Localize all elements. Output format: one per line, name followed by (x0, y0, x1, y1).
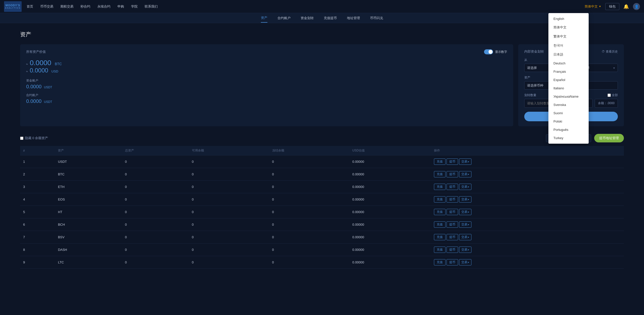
deposit-button[interactable]: 充值 (434, 247, 446, 253)
nav-link-币币交易[interactable]: 币币交易 (40, 4, 53, 9)
asset-value-card: 所有资产价值 显示数字 ≈ 0.0000 BTC ≈ 0.0000 (20, 44, 513, 126)
trade-button[interactable]: 交易 ▾ (459, 196, 471, 203)
nav-link-期权交易[interactable]: 期权交易 (60, 4, 73, 9)
trade-button[interactable]: 交易 ▾ (459, 209, 471, 215)
table-header-冻结余额: 冻结余额 (269, 146, 349, 155)
sub-nav-link-资金划转[interactable]: 资金划转 (301, 14, 314, 22)
lang-option-English[interactable]: English (548, 15, 589, 23)
lang-option-Français[interactable]: Français (548, 67, 589, 76)
table-cell: 0 (122, 231, 189, 244)
trade-button[interactable]: 交易 ▾ (459, 159, 471, 165)
sub-nav-link-地址管理[interactable]: 地址管理 (347, 14, 360, 22)
table-cell: 0.00000 (349, 193, 431, 206)
lang-switch-button[interactable]: 简体中文 ▼ (585, 4, 601, 9)
table-cell: 6 (20, 218, 55, 231)
lang-option-Polski[interactable]: Polski (548, 117, 589, 126)
table-cell: 0 (122, 168, 189, 181)
trade-button[interactable]: 交易 ▾ (459, 234, 471, 240)
withdraw-button[interactable]: 提币 (447, 247, 458, 253)
sub-nav: 资产合约账户资金划转充值提币地址管理币币闪兑 (0, 13, 644, 23)
deposit-button[interactable]: 充值 (434, 196, 446, 203)
history-label: 查看历史 (606, 50, 618, 54)
nav-link-首页[interactable]: 首页 (27, 4, 33, 9)
history-link[interactable]: ⏱ 查看历史 (602, 50, 618, 54)
table-cell: 0 (269, 181, 349, 193)
lang-option-日本語[interactable]: 日本語 (548, 50, 589, 59)
toggle-label: 显示数字 (495, 50, 507, 54)
deposit-button[interactable]: 充值 (434, 184, 446, 190)
table-cell: 4 (20, 193, 55, 206)
table-cell: 0 (122, 181, 189, 193)
table-cell: 0 (189, 193, 269, 206)
withdraw-button[interactable]: 提币 (447, 184, 458, 190)
asset-name-cell: ETH (55, 181, 122, 193)
deposit-button[interactable]: 充值 (434, 159, 446, 165)
all-checkbox[interactable] (608, 94, 611, 97)
asset-name-cell: LTC (55, 256, 122, 269)
sub-nav-link-合约账户[interactable]: 合约账户 (277, 14, 291, 22)
deposit-button[interactable]: 充值 (434, 221, 446, 228)
asset-name-cell: BSV (55, 231, 122, 244)
sub-nav-link-币币闪兑[interactable]: 币币闪兑 (370, 14, 383, 22)
sub-nav-link-资产[interactable]: 资产 (261, 14, 267, 23)
all-checkbox-label[interactable]: 全部 (608, 93, 618, 97)
qty-label: 划转数量 (524, 93, 536, 97)
lang-option-Italiano[interactable]: Italiano (548, 84, 589, 92)
withdraw-button[interactable]: 提币 (447, 221, 458, 228)
table-header-USD估值: USD估值 (349, 146, 431, 155)
content-grid: 所有资产价值 显示数字 ≈ 0.0000 BTC ≈ 0.0000 (20, 44, 624, 126)
lang-option-Deutsch[interactable]: Deutsch (548, 59, 589, 67)
nav-link-联系我们[interactable]: 联系我们 (145, 4, 158, 9)
withdraw-button[interactable]: 提币 (447, 196, 458, 203)
nav-link-秒合约[interactable]: 秒合约 (80, 4, 90, 9)
lang-option-简体中文[interactable]: 简体中文 (548, 23, 589, 32)
deposit-button[interactable]: 充值 (434, 234, 446, 240)
lang-option-한국어[interactable]: 한국어 (548, 41, 589, 50)
trade-button[interactable]: 交易 ▾ (459, 247, 471, 253)
table-row: 9LTC0000.00000充值提币交易 ▾ (20, 256, 624, 269)
btc-value-row: ≈ 0.0000 BTC (26, 59, 507, 67)
header: MOODY'S ANALYTICS 首页币币交易期权交易秒合约永续合约申购学院联… (0, 0, 644, 13)
table-header-可用余额: 可用余额 (189, 146, 269, 155)
withdraw-button[interactable]: 提币 (447, 234, 458, 240)
hide-zero-checkbox[interactable] (20, 137, 23, 140)
lang-option-Turkey[interactable]: Turkey (548, 134, 589, 142)
trade-button[interactable]: 交易 ▾ (459, 184, 471, 190)
withdraw-button[interactable]: 提币 (447, 171, 458, 177)
usd-value-row: ≈ 0.0000 USD (26, 67, 507, 74)
lang-option-Español[interactable]: Español (548, 76, 589, 84)
trade-button[interactable]: 交易 ▾ (459, 171, 471, 177)
lang-option-УкраїнськаName[interactable]: УкраїнськаName (548, 92, 589, 101)
avatar[interactable]: 👤 (633, 3, 640, 10)
trade-button[interactable]: 交易 ▾ (459, 221, 471, 228)
main-content: 资产 所有资产价值 显示数字 ≈ 0.0000 BTC (0, 23, 644, 276)
fund-account-label: 资金账户 (26, 78, 507, 83)
deposit-button[interactable]: 充值 (434, 209, 446, 215)
usd-value: 0.0000 USD (30, 67, 58, 74)
addr-management-button[interactable]: 提币地址管理 (594, 134, 624, 142)
wallet-button[interactable]: 钱包 (605, 3, 619, 10)
withdraw-button[interactable]: 提币 (447, 209, 458, 215)
nav-link-永续合约[interactable]: 永续合约 (97, 4, 110, 9)
deposit-button[interactable]: 充值 (434, 259, 446, 265)
lang-option-Svenska[interactable]: Svenska (548, 101, 589, 109)
table-row: 4EOS0000.00000充值提币交易 ▾ (20, 193, 624, 206)
show-numbers-toggle[interactable] (484, 49, 493, 54)
lang-option-Português[interactable]: Português (548, 126, 589, 134)
lang-option-Suomi[interactable]: Suomi (548, 109, 589, 117)
deposit-button[interactable]: 充值 (434, 171, 446, 177)
table-header-资产: 资产 (55, 146, 122, 155)
btc-unit: BTC (55, 62, 62, 66)
withdraw-button[interactable]: 提币 (447, 259, 458, 265)
table-cell: 0 (122, 193, 189, 206)
withdraw-button[interactable]: 提币 (447, 159, 458, 165)
sub-nav-link-充值提币[interactable]: 充值提币 (324, 14, 337, 22)
nav-link-申购[interactable]: 申购 (117, 4, 124, 9)
hide-zero-checkbox-label[interactable]: 隐藏 0 余额资产 (20, 136, 48, 140)
contract-account-unit: USDT (44, 100, 52, 104)
notification-bell-icon[interactable]: 🔔 (623, 4, 629, 9)
lang-option-繁体中文[interactable]: 繁体中文 (548, 32, 589, 41)
usd-approx: ≈ (26, 70, 28, 73)
nav-link-学院[interactable]: 学院 (131, 4, 138, 9)
trade-button[interactable]: 交易 ▾ (459, 259, 471, 265)
